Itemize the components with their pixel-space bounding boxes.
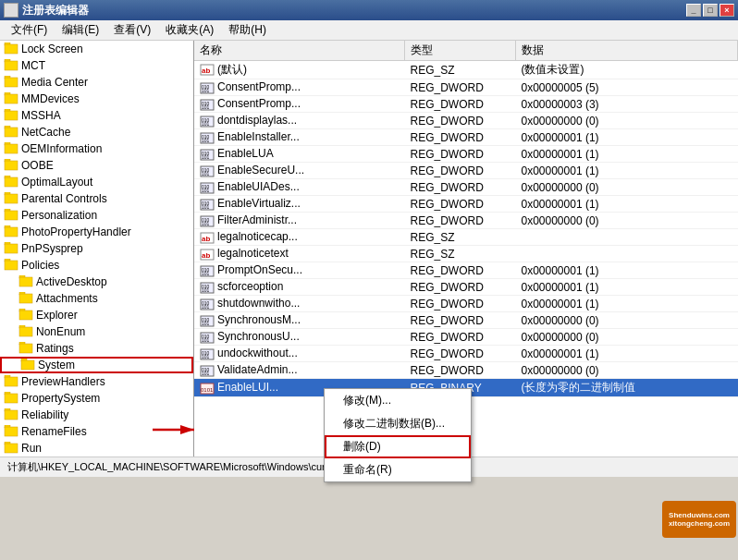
reg-data: 0x00000000 (0)	[516, 113, 738, 129]
table-row[interactable]: 010101EnableSecureU...REG_DWORD0x0000000…	[194, 163, 738, 179]
col-data[interactable]: 数据	[516, 41, 738, 61]
table-row[interactable]: ab(默认)REG_SZ(数值未设置)	[194, 61, 738, 79]
reg-data: 0x00000001 (1)	[516, 262, 738, 279]
reg-name: 010101ConsentPromp...	[194, 79, 405, 96]
title-bar-buttons[interactable]: _ □ ×	[686, 4, 734, 17]
table-row[interactable]: 010101shutdownwitho...REG_DWORD0x0000000…	[194, 296, 738, 312]
table-row[interactable]: 010101EnableInstaller...REG_DWORD0x00000…	[194, 129, 738, 146]
folder-icon	[4, 408, 18, 421]
col-type[interactable]: 类型	[405, 41, 516, 61]
table-row[interactable]: 010101PromptOnSecu...REG_DWORD0x00000001…	[194, 262, 738, 279]
reg-name: ablegalnoticetext	[194, 246, 405, 262]
ctx-item-delete[interactable]: 删除(D)	[325, 435, 471, 458]
maximize-button[interactable]: □	[703, 4, 718, 17]
svg-rect-15	[5, 161, 18, 170]
table-row[interactable]: 010101EnableVirtualiz...REG_DWORD0x00000…	[194, 196, 738, 213]
reg-name-text: FilterAdministr...	[217, 213, 297, 226]
dword-icon: 010101	[200, 315, 215, 327]
table-row[interactable]: 010101SynchronousM...REG_DWORD0x00000000…	[194, 312, 738, 329]
svg-rect-9	[5, 111, 18, 120]
svg-text:101: 101	[202, 304, 210, 310]
tree-item[interactable]: PhotoPropertyHandler	[0, 224, 193, 240]
tree-item-label: Explorer	[36, 309, 78, 322]
ctx-item-modify_binary[interactable]: 修改二进制数据(B)...	[325, 412, 471, 435]
svg-rect-39	[21, 360, 34, 370]
ctx-item-rename[interactable]: 重命名(R)	[325, 458, 471, 481]
tree-item[interactable]: NonEnum	[0, 323, 193, 340]
minimize-button[interactable]: _	[686, 4, 701, 17]
tree-item[interactable]: Media Center	[0, 74, 193, 91]
tree-item[interactable]: Ratings	[0, 340, 193, 357]
tree-item[interactable]: Policies	[0, 257, 193, 274]
folder-icon	[4, 76, 18, 89]
svg-rect-37	[19, 344, 32, 353]
svg-text:101: 101	[202, 337, 210, 343]
menu-favorites[interactable]: 收藏夹(A)	[158, 20, 221, 40]
folder-icon	[4, 43, 18, 55]
ctx-item-modify[interactable]: 修改(M)...	[325, 389, 471, 412]
tree-item[interactable]: MSSHA	[0, 107, 193, 124]
table-row[interactable]: 010101FilterAdministr...REG_DWORD0x00000…	[194, 213, 738, 229]
tree-item[interactable]: OEMInformation	[0, 140, 193, 157]
table-row[interactable]: 010101SynchronousU...REG_DWORD0x00000000…	[194, 329, 738, 346]
reg-name-text: ValidateAdmin...	[217, 363, 298, 376]
tree-item[interactable]: NetCache	[0, 124, 193, 140]
tree-item[interactable]: PreviewHandlers	[0, 373, 193, 390]
menu-help[interactable]: 帮助(H)	[221, 20, 274, 40]
reg-name: 010101SynchronousM...	[194, 312, 405, 329]
tree-item[interactable]: Explorer	[0, 307, 193, 323]
reg-name: 010101PromptOnSecu...	[194, 262, 405, 279]
reg-name: 010101ValidateAdmin...	[194, 362, 405, 379]
title-bar: 注册表编辑器 _ □ ×	[0, 0, 738, 20]
svg-rect-33	[19, 310, 32, 320]
table-row[interactable]: ablegalnoticetextREG_SZ	[194, 246, 738, 262]
dword-icon: 010101	[200, 165, 215, 177]
reg-type: REG_DWORD	[405, 79, 516, 96]
tree-panel[interactable]: Lock ScreenMCTMedia CenterMMDevicesMSSHA…	[0, 41, 194, 457]
reg-name-text: EnableLUA	[217, 147, 274, 160]
svg-text:101: 101	[202, 221, 210, 226]
tree-item[interactable]: System	[0, 357, 193, 373]
tree-item[interactable]: OOBE	[0, 157, 193, 174]
folder-icon	[20, 359, 35, 371]
table-row[interactable]: 010101dontdisplaylas...REG_DWORD0x000000…	[194, 113, 738, 129]
dword-icon: 010101	[200, 116, 215, 128]
tree-item[interactable]: PropertySystem	[0, 390, 193, 407]
svg-rect-43	[5, 394, 18, 403]
menu-edit[interactable]: 编辑(E)	[55, 20, 106, 40]
folder-icon	[18, 292, 33, 305]
tree-item-label: OEMInformation	[21, 142, 102, 155]
reg-type: REG_DWORD	[405, 96, 516, 113]
tree-item[interactable]: Attachments	[0, 290, 193, 307]
folder-icon	[4, 126, 18, 139]
tree-item[interactable]: PnPSysprep	[0, 240, 193, 257]
col-name[interactable]: 名称	[194, 41, 405, 61]
tree-item[interactable]: MMDevices	[0, 91, 193, 107]
table-row[interactable]: ablegalnoticecap...REG_SZ	[194, 229, 738, 246]
tree-item[interactable]: OptimalLayout	[0, 174, 193, 190]
table-row[interactable]: 010101ConsentPromp...REG_DWORD0x00000003…	[194, 96, 738, 113]
svg-rect-41	[5, 377, 18, 386]
tree-item[interactable]: MCT	[0, 57, 193, 74]
table-row[interactable]: 010101ValidateAdmin...REG_DWORD0x0000000…	[194, 362, 738, 379]
svg-rect-31	[19, 294, 32, 303]
menu-file[interactable]: 文件(F)	[4, 20, 55, 40]
tree-item[interactable]: Lock Screen	[0, 41, 193, 57]
svg-rect-25	[5, 244, 18, 253]
menu-view[interactable]: 查看(V)	[106, 20, 158, 40]
svg-text:101: 101	[202, 287, 210, 293]
table-row[interactable]: 010101EnableUIADes...REG_DWORD0x00000000…	[194, 179, 738, 196]
tree-item[interactable]: Parental Controls	[0, 190, 193, 207]
reg-type: REG_DWORD	[405, 179, 516, 196]
reg-name-text: undockwithout...	[217, 347, 298, 359]
table-row[interactable]: 010101undockwithout...REG_DWORD0x0000000…	[194, 346, 738, 362]
table-row[interactable]: 010101scforceoptionREG_DWORD0x00000001 (…	[194, 279, 738, 296]
svg-rect-5	[5, 78, 18, 87]
table-row[interactable]: 010101EnableLUAREG_DWORD0x00000001 (1)	[194, 146, 738, 163]
tree-item[interactable]: Personalization	[0, 207, 193, 224]
tree-item[interactable]: ActiveDesktop	[0, 274, 193, 290]
folder-icon	[4, 225, 18, 238]
close-button[interactable]: ×	[720, 4, 734, 17]
table-row[interactable]: 010101ConsentPromp...REG_DWORD0x00000005…	[194, 79, 738, 96]
context-menu[interactable]: 修改(M)...修改二进制数据(B)...删除(D)重命名(R)	[324, 388, 472, 482]
